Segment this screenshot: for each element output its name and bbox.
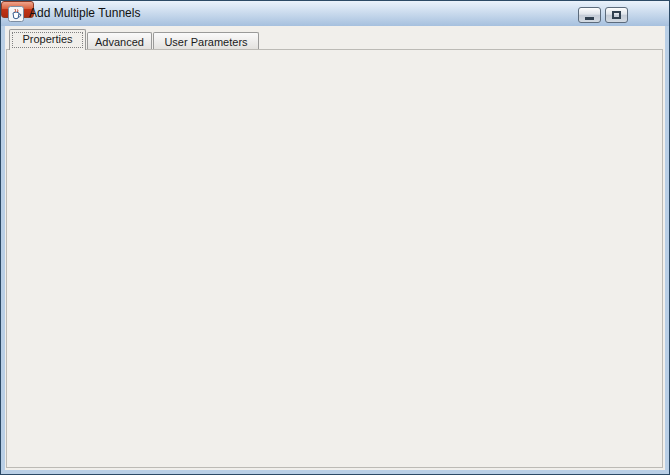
tab-user-parameters[interactable]: User Parameters bbox=[153, 32, 259, 50]
tab-focus-ring bbox=[12, 32, 83, 48]
tab-properties[interactable]: Properties bbox=[9, 29, 86, 50]
dialog-window: Add Multiple Tunnels x Properties Advanc… bbox=[0, 0, 670, 475]
maximize-icon bbox=[612, 11, 621, 19]
window-title: Add Multiple Tunnels bbox=[29, 6, 140, 20]
tab-advanced[interactable]: Advanced bbox=[87, 32, 152, 50]
tab-panel bbox=[6, 49, 663, 468]
titlebar[interactable]: Add Multiple Tunnels x bbox=[1, 1, 669, 26]
tab-label: Advanced bbox=[95, 36, 144, 48]
minimize-icon bbox=[585, 17, 594, 20]
dialog-content: Properties Advanced User Parameters Appl… bbox=[5, 26, 665, 470]
tab-label: User Parameters bbox=[164, 36, 247, 48]
maximize-button[interactable] bbox=[605, 7, 628, 23]
java-app-icon bbox=[8, 6, 24, 22]
minimize-button[interactable] bbox=[578, 7, 601, 23]
